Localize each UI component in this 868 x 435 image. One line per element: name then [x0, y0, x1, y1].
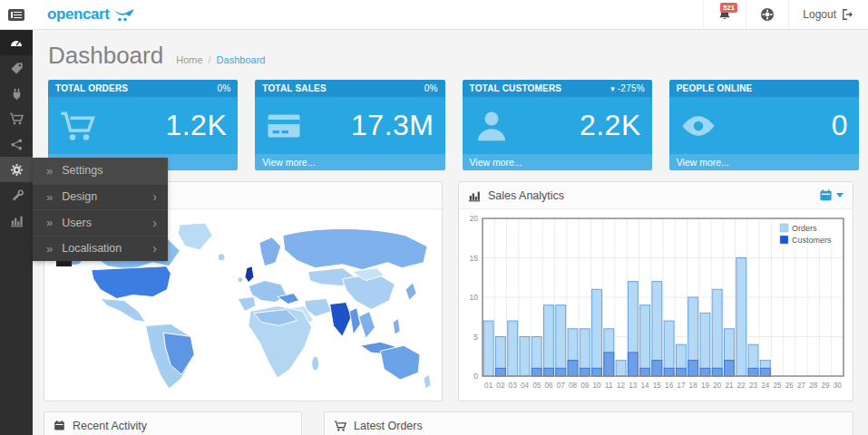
sidebar-item-tools[interactable] [0, 182, 33, 208]
eye-icon [680, 108, 717, 144]
tile-title: PEOPLE ONLINE [677, 83, 753, 93]
bar-chart-icon [10, 214, 24, 227]
breadcrumb: Home / Dashboard [176, 54, 265, 65]
tile-value: 1.2K [165, 109, 227, 142]
sidebar-item-reports[interactable] [0, 208, 33, 233]
opencart-cart-icon [113, 8, 135, 22]
chevron-right-icon: › [152, 189, 157, 204]
flyout-item-label: Design [62, 190, 97, 203]
svg-text:20: 20 [470, 214, 479, 223]
svg-text:22: 22 [737, 382, 746, 390]
sidebar-item-system[interactable] [0, 157, 33, 182]
tile-value: 2.2K [580, 109, 641, 142]
credit-card-icon [266, 108, 302, 144]
double-angle-icon: » [46, 216, 53, 229]
sidebar-item-marketing[interactable] [0, 131, 33, 157]
user-icon [473, 108, 510, 144]
svg-text:25: 25 [773, 382, 782, 390]
tile-total-orders: TOTAL ORDERS 0% 1.2K View more... [48, 80, 238, 170]
logo-text: opencart [47, 5, 110, 24]
sidebar-item-extensions[interactable] [0, 81, 33, 106]
svg-text:06: 06 [544, 382, 553, 390]
sidebar-item-sales[interactable] [0, 106, 33, 131]
flyout-item-users[interactable]: » Users › [33, 209, 168, 236]
breadcrumb-home[interactable]: Home [176, 54, 202, 65]
chevron-right-icon: › [152, 216, 157, 230]
recent-activity-title: Recent Activity [73, 420, 147, 432]
svg-text:04: 04 [521, 382, 530, 390]
sales-chart: 0510152001020304050607080910111213141516… [459, 211, 853, 399]
flyout-item-design[interactable]: » Design › [33, 184, 168, 210]
svg-text:10: 10 [470, 293, 479, 302]
svg-text:26: 26 [785, 382, 795, 390]
view-more-link[interactable]: View more... [669, 154, 859, 170]
flyout-notch [56, 261, 72, 266]
svg-text:18: 18 [689, 382, 698, 390]
svg-text:15: 15 [470, 254, 479, 263]
svg-text:09: 09 [580, 382, 590, 390]
sidebar [0, 30, 33, 435]
svg-text:13: 13 [629, 382, 638, 390]
tag-icon [10, 62, 24, 75]
logout-button[interactable]: Logout [788, 0, 868, 29]
svg-text:28: 28 [809, 382, 818, 390]
shopping-cart-icon [59, 108, 95, 144]
header-actions: 521 Logout [703, 0, 868, 29]
tile-value: 0 [832, 109, 848, 142]
svg-text:0: 0 [473, 372, 478, 381]
flyout-item-label: Users [62, 217, 92, 229]
svg-text:03: 03 [509, 382, 518, 390]
svg-text:17: 17 [677, 382, 686, 390]
latest-orders-panel: Latest Orders [324, 411, 853, 435]
svg-text:5: 5 [473, 333, 478, 342]
svg-text:07: 07 [557, 382, 566, 390]
double-angle-icon: » [46, 164, 53, 178]
svg-text:Customers: Customers [792, 236, 832, 245]
sidebar-item-catalog[interactable] [0, 55, 33, 81]
page-title: Dashboard [48, 42, 163, 70]
logout-icon [842, 8, 854, 21]
tile-change: -275% [618, 83, 645, 93]
shopping-cart-icon [9, 111, 24, 126]
menu-toggle-button[interactable] [0, 0, 33, 29]
storefront-button[interactable] [746, 0, 788, 29]
sidebar-item-dashboard[interactable] [0, 30, 33, 55]
kpi-tiles: TOTAL ORDERS 0% 1.2K View more... TOTAL … [48, 80, 859, 170]
tile-title: TOTAL CUSTOMERS [470, 83, 562, 93]
tile-title: TOTAL ORDERS [55, 83, 128, 93]
sales-analytics-title: Sales Analytics [488, 189, 564, 202]
flyout-item-label: Settings [62, 164, 102, 177]
plug-icon [10, 87, 24, 101]
caret-down-icon: ▾ [610, 84, 615, 93]
sales-analytics-panel: Sales Analytics 051015200102030405060708… [458, 181, 853, 401]
flyout-item-localisation[interactable]: » Localisation › [33, 236, 168, 262]
sales-analytics-header: Sales Analytics [459, 182, 853, 209]
calendar-icon [819, 188, 833, 202]
svg-text:11: 11 [605, 382, 613, 390]
top-header: opencart 521 [0, 0, 868, 30]
tile-total-customers: TOTAL CUSTOMERS ▾ -275% 2.2K View more..… [463, 80, 652, 170]
dashboard-gauge-icon [9, 35, 24, 50]
flyout-item-settings[interactable]: » Settings [33, 158, 168, 184]
svg-text:08: 08 [569, 382, 578, 390]
view-more-link[interactable]: View more... [255, 154, 444, 170]
date-range-button[interactable] [819, 188, 844, 202]
wrench-icon [10, 188, 24, 202]
tile-change: 0% [217, 83, 230, 93]
svg-text:10: 10 [592, 382, 601, 390]
globe-icon [760, 7, 775, 22]
notifications-button[interactable]: 521 [703, 0, 746, 29]
svg-text:27: 27 [797, 382, 806, 390]
svg-text:15: 15 [653, 382, 662, 390]
bar-chart-icon [468, 189, 481, 202]
double-angle-icon: » [46, 190, 53, 204]
logo[interactable]: opencart [47, 0, 135, 29]
svg-text:05: 05 [532, 382, 541, 390]
breadcrumb-current[interactable]: Dashboard [217, 54, 266, 65]
svg-text:19: 19 [701, 382, 710, 390]
tile-change: 0% [424, 83, 438, 93]
recent-activity-panel: Recent Activity [44, 411, 302, 435]
double-angle-icon: » [46, 242, 53, 256]
system-flyout-menu: » Settings » Design › » Users › » Locali… [33, 158, 168, 261]
view-more-link[interactable]: View more... [463, 154, 652, 170]
